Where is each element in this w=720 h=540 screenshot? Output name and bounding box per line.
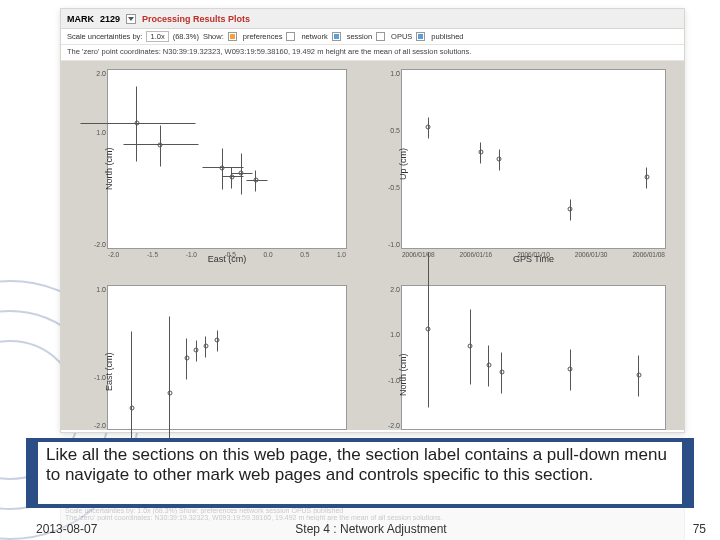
plot-north-vs-east: North (cm) East (cm) 2.0 1.0 -2.0 -2.0 -… <box>107 69 347 249</box>
screenshot-panel: MARK 2129 Processing Results Plots Scale… <box>60 8 685 433</box>
plot-east-vs-time: East (cm) 1.0 -1.0 -2.0 <box>107 285 347 430</box>
slide-caption-box: Like all the sections on this web page, … <box>26 438 694 508</box>
y-ticks: 2.0 1.0 -2.0 <box>86 70 106 248</box>
y-ticks: 1.0 -1.0 -2.0 <box>86 286 106 429</box>
plot-north-vs-time: North (cm) 2.0 1.0 -1.0 -2.0 <box>401 285 666 430</box>
checkbox-session[interactable] <box>332 32 341 41</box>
mark-label: MARK <box>67 14 94 24</box>
mark-id: 2129 <box>100 14 120 24</box>
x-ticks: 2006/01/08 2006/01/16 2006/01/10 2006/01… <box>402 251 665 258</box>
checkbox-published[interactable] <box>416 32 425 41</box>
label-opus: OPUS <box>391 32 412 41</box>
section-title: Processing Results Plots <box>142 14 250 24</box>
label-published: published <box>431 32 463 41</box>
controls-row: Scale uncertainties by: 1.0x (68.3%) Sho… <box>61 29 684 45</box>
checkbox-network[interactable] <box>286 32 295 41</box>
plot-up-vs-time: Up (cm) GPS Time 1.0 0.5 -0.5 -1.0 2006/… <box>401 69 666 249</box>
footer-date: 2013-08-07 <box>36 522 97 536</box>
label-session: session <box>347 32 372 41</box>
show-label: Show: <box>203 32 224 41</box>
checkbox-preferences[interactable] <box>228 32 237 41</box>
plot-area: North (cm) East (cm) 2.0 1.0 -2.0 -2.0 -… <box>61 61 684 430</box>
checkbox-opus[interactable] <box>376 32 385 41</box>
label-preferences: preferences <box>243 32 283 41</box>
scale-pct: (68.3%) <box>173 32 199 41</box>
x-ticks: -2.0 -1.5 -1.0 -0.5 0.0 0.5 1.0 <box>108 251 346 258</box>
scale-sigma-dropdown[interactable]: 1.0x <box>146 31 168 42</box>
footer-center: Step 4 : Network Adjustment <box>295 522 446 536</box>
label-network: network <box>301 32 327 41</box>
y-ticks: 1.0 0.5 -0.5 -1.0 <box>380 70 400 248</box>
slide-footer: 2013-08-07 Step 4 : Network Adjustment 7… <box>36 520 706 538</box>
y-ticks: 2.0 1.0 -1.0 -2.0 <box>380 286 400 429</box>
footer-page: 75 <box>693 522 706 536</box>
mark-dropdown[interactable]: 2129 <box>100 14 120 24</box>
zero-point-note: The 'zero' point coordinates: N30:39:19.… <box>61 45 684 61</box>
slide-caption-text: Like all the sections on this web page, … <box>38 442 682 504</box>
chevron-down-icon[interactable] <box>126 14 136 24</box>
section-header: MARK 2129 Processing Results Plots <box>61 9 684 29</box>
scale-label: Scale uncertainties by: <box>67 32 142 41</box>
